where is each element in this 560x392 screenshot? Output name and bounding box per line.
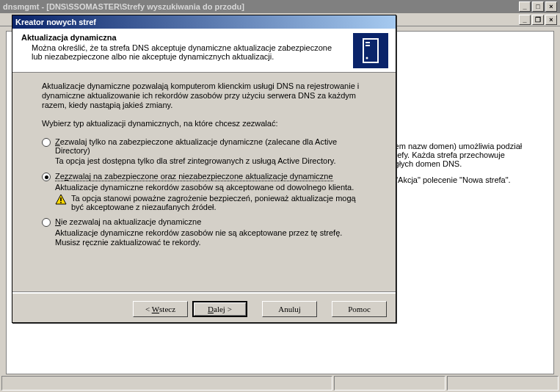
option-label: Zezwalaj tylko na zabezpieczone aktualiz… (55, 137, 366, 155)
wizard-header-title: Aktualizacja dynamiczna (21, 33, 387, 42)
option-secure-only-desc: Ta opcja jest dostępna tylko dla stref z… (55, 156, 366, 166)
option-label: Nie zezwalaj na aktualizacje dynamiczne (55, 217, 201, 226)
radio-icon (42, 173, 51, 181)
wizard-body: Aktualizacje dynamiczne pozwalają komput… (12, 73, 396, 259)
next-button[interactable]: Dalej > (192, 301, 247, 317)
security-warning: Ta opcja stanowi poważne zagrożenie bezp… (55, 194, 366, 211)
maximize-button[interactable]: □ (532, 1, 544, 12)
wizard-footer: < Wstecz Dalej > Anuluj Pomoc (12, 293, 396, 316)
wizard-dialog: Kreator nowych stref Aktualizacja dynami… (12, 15, 396, 323)
server-icon (353, 33, 388, 68)
main-titlebar: dnsmgmt - [DNS\SSOMASTER\Strefy wyszukiw… (0, 0, 560, 13)
svg-rect-5 (60, 197, 62, 201)
option-no-dynamic-desc: Aktualizacje dynamiczne rekordów zasobów… (55, 228, 366, 247)
cancel-button[interactable]: Anuluj (262, 301, 317, 317)
back-button[interactable]: < Wstecz (133, 301, 188, 317)
option-nonsecure-desc: Aktualizacje dynamiczne rekordów zasobów… (55, 183, 366, 192)
svg-rect-2 (366, 45, 370, 46)
option-no-dynamic[interactable]: Nie zezwalaj na aktualizacje dynamiczne (42, 217, 366, 227)
wizard-header: Aktualizacja dynamiczna Można określić, … (12, 29, 396, 73)
warning-text: Ta opcja stanowi poważne zagrożenie bezp… (71, 194, 366, 211)
option-nonsecure-and-secure[interactable]: Zezzwalaj na zabezpieczone oraz niezabez… (42, 172, 366, 181)
mdi-minimize-button[interactable]: _ (519, 15, 531, 25)
statusbar (1, 376, 559, 391)
prompt-paragraph: Wybierz typ aktualizacji dynamicznych, n… (42, 119, 366, 128)
option-label: Zezzwalaj na zabezpieczone oraz niezabez… (55, 172, 333, 181)
main-title-text: dnsmgmt - [DNS\SSOMASTER\Strefy wyszukiw… (3, 0, 519, 13)
intro-paragraph: Aktualizacje dynamiczne pozwalają komput… (42, 81, 366, 110)
mdi-close-button[interactable]: × (545, 15, 557, 25)
radio-icon (42, 138, 51, 147)
svg-point-3 (366, 57, 368, 59)
mdi-restore-button[interactable]: ❐ (532, 15, 544, 25)
svg-rect-1 (366, 42, 370, 43)
radio-icon (42, 218, 51, 227)
option-secure-only[interactable]: Zezwalaj tylko na zabezpieczone aktualiz… (42, 137, 366, 155)
wizard-header-subtitle: Można określić, że ta strefa DNS akceptu… (32, 43, 387, 61)
background-info-text: stem nazw domen) umożliwia podział stref… (388, 142, 548, 184)
wizard-titlebar[interactable]: Kreator nowych stref (12, 15, 396, 29)
help-button[interactable]: Pomoc (332, 301, 387, 317)
minimize-button[interactable]: _ (519, 1, 531, 12)
warning-icon (55, 194, 67, 206)
svg-rect-6 (60, 202, 62, 203)
close-button[interactable]: × (545, 1, 557, 12)
